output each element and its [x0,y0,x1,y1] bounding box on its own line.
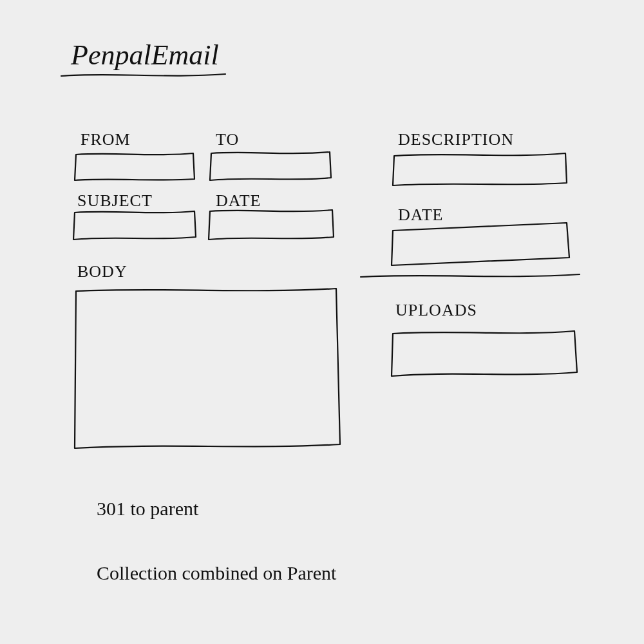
date-left-input[interactable] [209,210,334,240]
description-label: DESCRIPTION [398,130,514,149]
to-label: TO [216,130,239,149]
title-underline [61,74,225,76]
note-collection: Collection combined on Parent [97,562,337,583]
uploads-label: UPLOADS [395,301,477,319]
date-right-label: DATE [398,205,443,224]
subject-label: SUBJECT [77,191,153,210]
from-input[interactable] [75,153,194,180]
subject-input[interactable] [73,211,196,240]
body-label: BODY [77,262,128,281]
date-right-underline [361,274,580,277]
date-left-label: DATE [216,191,261,210]
from-label: FROM [80,130,131,149]
to-input[interactable] [210,152,331,180]
note-301: 301 to parent [97,498,199,519]
description-input[interactable] [393,153,567,185]
page-title: PenpalEmail [70,39,219,71]
uploads-input[interactable] [392,331,577,376]
body-textarea[interactable] [75,289,340,448]
date-right-input[interactable] [392,223,569,265]
